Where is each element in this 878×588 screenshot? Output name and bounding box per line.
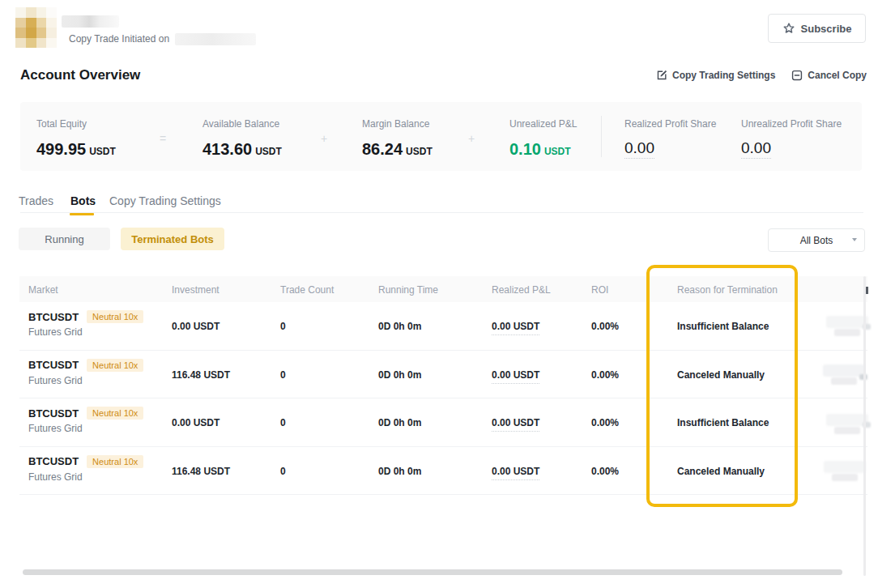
account-stats-bar: Total Equity 499.95USDT = Available Bala… — [20, 102, 862, 171]
investment-cell: 116.48 USDT — [172, 369, 230, 381]
redacted-initiated-date — [175, 33, 256, 45]
subscribe-button[interactable]: Subscribe — [768, 14, 866, 43]
vertical-scrollbar[interactable] — [863, 276, 866, 576]
termination-reason-cell: Insufficient Balance — [677, 321, 769, 332]
termination-reason-cell: Canceled Manually — [677, 369, 765, 381]
strategy-mode-badge: Neutral 10x — [87, 407, 143, 420]
market-cell: BTCUSDT Neutral 10x Futures Grid — [28, 359, 143, 386]
clipped-column-header — [866, 287, 868, 294]
trade-count-cell: 0 — [280, 417, 286, 428]
running-time-cell: 0D 0h 0m — [378, 417, 421, 428]
realized-pnl-cell: 0.00 USDT — [492, 321, 539, 332]
strategy-mode-badge: Neutral 10x — [87, 310, 143, 323]
market-cell: BTCUSDT Neutral 10x Futures Grid — [28, 310, 143, 338]
termination-reason-cell: Canceled Manually — [677, 466, 765, 477]
tab-copy-trading-settings[interactable]: Copy Trading Settings — [109, 194, 221, 207]
stat-total-equity: Total Equity 499.95USDT — [36, 118, 116, 159]
column-header-reason-for-termination: Reason for Termination — [677, 284, 778, 296]
redacted-action-links[interactable] — [824, 461, 866, 483]
column-header-trade-count: Trade Count — [280, 284, 334, 296]
chevron-down-icon — [852, 238, 857, 241]
roi-cell: 0.00% — [591, 369, 619, 381]
trader-avatar — [15, 7, 57, 48]
copy-trading-settings-label: Copy Trading Settings — [672, 70, 775, 81]
copy-trade-initiated-label: Copy Trade Initiated on — [69, 33, 169, 45]
subscribe-label: Subscribe — [801, 23, 852, 35]
market-symbol: BTCUSDT — [28, 455, 79, 467]
equals-operator: = — [160, 132, 166, 145]
tabs-divider — [20, 212, 863, 213]
running-time-cell: 0D 0h 0m — [378, 466, 421, 477]
roi-cell: 0.00% — [591, 417, 619, 428]
column-header-market: Market — [28, 284, 58, 296]
market-cell: BTCUSDT Neutral 10x Futures Grid — [28, 455, 143, 483]
plus-operator: + — [468, 132, 475, 145]
cancel-copy-button[interactable]: Cancel Copy — [791, 70, 867, 81]
realized-pnl-cell: 0.00 USDT — [492, 417, 539, 428]
realized-pnl-cell: 0.00 USDT — [492, 466, 539, 477]
column-header-running-time: Running Time — [378, 284, 438, 296]
market-symbol: BTCUSDT — [28, 311, 79, 323]
strategy-type: Futures Grid — [28, 471, 143, 483]
redacted-action-links[interactable] — [826, 414, 868, 436]
stat-margin-balance: Margin Balance 86.24USDT — [362, 118, 433, 159]
copy-trading-settings-button[interactable]: Copy Trading Settings — [656, 70, 775, 81]
investment-cell: 0.00 USDT — [172, 417, 220, 428]
trade-count-cell: 0 — [280, 321, 286, 332]
strategy-type: Futures Grid — [28, 326, 143, 338]
stat-realized-profit-share: Realized Profit Share 0.00 — [624, 118, 716, 157]
strategy-mode-badge: Neutral 10x — [87, 359, 143, 372]
column-header-roi: ROI — [591, 284, 608, 296]
all-bots-dropdown[interactable]: All Bots — [768, 228, 865, 252]
investment-cell: 116.48 USDT — [172, 466, 230, 477]
star-icon — [782, 22, 795, 35]
cancel-copy-label: Cancel Copy — [808, 70, 867, 81]
investment-cell: 0.00 USDT — [172, 321, 220, 332]
termination-reason-cell: Insufficient Balance — [677, 417, 769, 428]
stat-unrealized-profit-share: Unrealized Profit Share 0.00 — [741, 118, 842, 157]
roi-cell: 0.00% — [591, 466, 619, 477]
table-row: BTCUSDT Neutral 10x Futures Grid 116.48 … — [19, 447, 867, 496]
redacted-action-links[interactable] — [826, 316, 868, 338]
strategy-mode-badge: Neutral 10x — [87, 455, 143, 468]
running-time-cell: 0D 0h 0m — [378, 321, 421, 332]
table-row: BTCUSDT Neutral 10x Futures Grid 0.00 US… — [19, 302, 867, 351]
all-bots-dropdown-value: All Bots — [800, 235, 833, 246]
stats-divider — [601, 116, 602, 157]
table-header: Market Investment Trade Count Running Ti… — [19, 276, 867, 302]
market-symbol: BTCUSDT — [28, 359, 79, 371]
plus-operator: + — [321, 132, 327, 145]
market-cell: BTCUSDT Neutral 10x Futures Grid — [28, 407, 143, 434]
redacted-trader-name — [62, 15, 119, 28]
stat-unrealized-pnl: Unrealized P&L 0.10USDT — [509, 118, 577, 159]
market-symbol: BTCUSDT — [28, 407, 79, 420]
edit-icon — [656, 70, 667, 81]
tab-bots[interactable]: Bots — [70, 194, 96, 207]
table-row: BTCUSDT Neutral 10x Futures Grid 116.48 … — [19, 351, 867, 399]
minus-square-icon — [791, 70, 803, 81]
page-title: Account Overview — [20, 67, 140, 83]
column-header-investment: Investment — [172, 284, 220, 296]
trade-count-cell: 0 — [280, 369, 286, 381]
tab-trades[interactable]: Trades — [19, 194, 53, 207]
strategy-type: Futures Grid — [28, 375, 143, 386]
copy-trading-page: Copy Trade Initiated on Subscribe Accoun… — [0, 0, 878, 588]
horizontal-scrollbar[interactable] — [23, 569, 842, 575]
redacted-action-links[interactable] — [823, 364, 865, 386]
realized-pnl-cell: 0.00 USDT — [492, 369, 539, 381]
trade-count-cell: 0 — [280, 466, 286, 477]
strategy-type: Futures Grid — [28, 423, 143, 434]
table-body: BTCUSDT Neutral 10x Futures Grid 0.00 US… — [19, 302, 867, 495]
stat-available-balance: Available Balance 413.60USDT — [202, 118, 282, 159]
roi-cell: 0.00% — [591, 321, 619, 332]
active-tab-underline — [70, 213, 94, 215]
running-time-cell: 0D 0h 0m — [378, 369, 421, 381]
running-filter-button[interactable]: Running — [19, 228, 110, 250]
terminated-bots-filter-button[interactable]: Terminated Bots — [121, 228, 224, 250]
column-header-realized-pnl: Realized P&L — [492, 284, 551, 296]
table-row: BTCUSDT Neutral 10x Futures Grid 0.00 US… — [19, 398, 867, 447]
